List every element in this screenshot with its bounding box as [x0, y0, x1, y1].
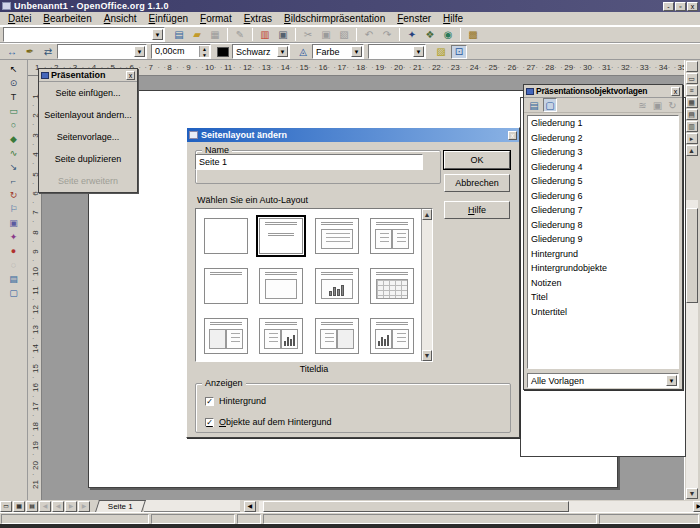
- new-document-icon[interactable]: ▤: [171, 28, 187, 42]
- minimize-button[interactable]: -: [663, 2, 674, 11]
- navigator-icon[interactable]: ✦: [404, 28, 420, 42]
- alignment-tool[interactable]: ⚐: [3, 202, 25, 216]
- undo-icon[interactable]: ↶: [361, 28, 377, 42]
- layout-list-scrollbar[interactable]: ▲ ▼: [421, 209, 432, 361]
- rotate-tool[interactable]: ↻: [3, 188, 25, 202]
- edit-file-icon[interactable]: ✎: [232, 28, 248, 42]
- start-presentation-button[interactable]: ▸: [686, 133, 698, 144]
- print-icon[interactable]: ▣: [275, 28, 291, 42]
- menu-format[interactable]: Format: [194, 12, 238, 25]
- checkbox-check-icon[interactable]: ✓: [205, 397, 214, 406]
- layout-option-title-sub[interactable]: [259, 218, 303, 254]
- line-color-select[interactable]: Schwarz ▼: [232, 44, 290, 59]
- connector-tool[interactable]: ⌐: [3, 174, 25, 188]
- style-item[interactable]: Hintergrundobjekte: [528, 261, 678, 276]
- dialog-titlebar[interactable]: Seitenlayout ändern x: [187, 128, 519, 142]
- presentation-styles-icon[interactable]: ▤: [527, 98, 541, 112]
- auto-layout-list[interactable]: ▲ ▼: [195, 208, 433, 362]
- style-item[interactable]: Gliederung 1: [528, 116, 678, 131]
- scroll-down-icon[interactable]: ▼: [686, 488, 698, 499]
- gallery-icon[interactable]: ▩: [465, 28, 481, 42]
- spinner-arrows-icon[interactable]: ▲▼: [199, 46, 209, 57]
- stylist-icon[interactable]: ❖: [422, 28, 438, 42]
- close-icon[interactable]: x: [126, 71, 135, 80]
- save-icon[interactable]: ▦: [207, 28, 223, 42]
- fill-format-mode-icon[interactable]: ≋: [636, 98, 649, 112]
- chevron-down-icon[interactable]: ▼: [666, 375, 677, 386]
- layout-option-title-table[interactable]: [370, 268, 414, 304]
- style-item[interactable]: Gliederung 8: [528, 218, 678, 233]
- objects-on-background-checkbox[interactable]: ✓ Objekte auf dem Hintergund: [205, 417, 332, 427]
- pres-item-seite-duplizieren[interactable]: Seite duplizieren: [39, 148, 137, 170]
- presentation-screen-tool[interactable]: ▢: [3, 286, 25, 300]
- notes-view-button[interactable]: ▤: [686, 109, 698, 120]
- graphics-styles-icon[interactable]: ▢: [543, 98, 557, 112]
- layout-option-chart-bullets[interactable]: [370, 318, 414, 354]
- effects-tool[interactable]: ✦: [3, 230, 25, 244]
- menu-bildschirmprsentation[interactable]: Bildschirmpräsentation: [278, 12, 391, 25]
- fill-can-icon[interactable]: ◬: [295, 45, 311, 59]
- style-list[interactable]: Gliederung 1Gliederung 2Gliederung 3Glie…: [527, 115, 679, 369]
- layout-option-blank[interactable]: [204, 218, 248, 254]
- outline-view-button[interactable]: ≡: [686, 85, 698, 96]
- style-item[interactable]: Gliederung 2: [528, 131, 678, 146]
- style-item[interactable]: Gliederung 5: [528, 174, 678, 189]
- style-item[interactable]: Hintergrund: [528, 247, 678, 262]
- ruler-corner-button[interactable]: [686, 61, 698, 72]
- pres-item-seitenlayout-ndern[interactable]: Seitenlayout ändern...: [39, 104, 137, 126]
- arrange-tool[interactable]: ▣: [3, 216, 25, 230]
- layout-option-title-bullets[interactable]: [315, 218, 359, 254]
- help-button[interactable]: Hilfe: [444, 201, 510, 219]
- curve-tool[interactable]: ∿: [3, 146, 25, 160]
- layout-option-title-box[interactable]: [259, 268, 303, 304]
- scroll-left-icon[interactable]: ◀: [244, 501, 256, 512]
- name-input[interactable]: Seite 1: [195, 154, 423, 170]
- open-folder-icon[interactable]: ▰: [189, 28, 205, 42]
- layout-option-bullets-img[interactable]: [315, 318, 359, 354]
- maximize-button[interactable]: ▫: [675, 2, 686, 11]
- style-item[interactable]: Gliederung 6: [528, 189, 678, 204]
- style-item[interactable]: Untertitel: [528, 305, 678, 320]
- menu-datei[interactable]: Datei: [2, 12, 37, 25]
- select-tool[interactable]: ↖: [3, 62, 25, 76]
- export-pdf-icon[interactable]: ▥: [257, 28, 273, 42]
- hyperlink-icon[interactable]: ◉: [440, 28, 456, 42]
- pres-item-seite-einf-gen[interactable]: Seite einfügen...: [39, 82, 137, 104]
- close-button[interactable]: x: [687, 2, 698, 11]
- menu-ansicht[interactable]: Ansicht: [98, 12, 143, 25]
- copy-icon[interactable]: ▣: [318, 28, 334, 42]
- chevron-down-icon[interactable]: ▼: [152, 29, 163, 40]
- page-tab[interactable]: Seite 1: [95, 500, 146, 512]
- shadow-icon[interactable]: ▨: [433, 45, 449, 59]
- scroll-up-icon[interactable]: ▲: [686, 145, 698, 156]
- style-filter-select[interactable]: Alle Vorlagen ▼: [527, 373, 679, 388]
- layer-mode-button[interactable]: ▤: [26, 501, 38, 512]
- fill-color-select[interactable]: ▼: [368, 44, 426, 59]
- glue-point-tool[interactable]: ◌: [3, 258, 25, 272]
- handout-view-button[interactable]: ▥: [686, 121, 698, 132]
- vertical-scrollbar[interactable]: [686, 200, 698, 488]
- menu-hilfe[interactable]: Hilfe: [437, 12, 469, 25]
- background-checkbox[interactable]: ✓ Hintergrund: [205, 396, 266, 406]
- presentation-toolbar-titlebar[interactable]: Präsentation x: [39, 69, 137, 82]
- ellipse-tool[interactable]: ○: [3, 118, 25, 132]
- scroll-down-icon[interactable]: ▼: [422, 350, 432, 361]
- url-combobox[interactable]: ▼: [3, 27, 165, 42]
- style-item[interactable]: Notizen: [528, 276, 678, 291]
- update-style-icon[interactable]: ↻: [666, 98, 679, 112]
- line-arrow-tool[interactable]: ↘: [3, 160, 25, 174]
- style-item[interactable]: Gliederung 7: [528, 203, 678, 218]
- vertical-scrollbar-thumb[interactable]: [686, 208, 698, 303]
- master-mode-button[interactable]: ▦: [13, 501, 25, 512]
- layout-option-title-2bullets[interactable]: [370, 218, 414, 254]
- chevron-down-icon[interactable]: ▼: [277, 46, 288, 57]
- style-item[interactable]: Titel: [528, 290, 678, 305]
- slide-view-button[interactable]: ▦: [686, 97, 698, 108]
- horizontal-scrollbar[interactable]: [259, 501, 693, 512]
- redo-icon[interactable]: ↷: [379, 28, 395, 42]
- menu-fenster[interactable]: Fenster: [391, 12, 437, 25]
- scroll-up-icon[interactable]: ▲: [422, 209, 432, 220]
- layout-option-img-bullets[interactable]: [204, 318, 248, 354]
- ok-button[interactable]: OK: [444, 151, 510, 169]
- pen-icon[interactable]: ✒: [22, 45, 38, 59]
